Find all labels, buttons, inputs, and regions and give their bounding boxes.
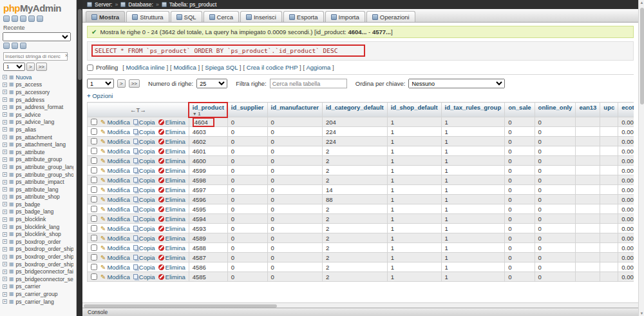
sidebar-item-ps_attachment_lang[interactable]: ps_attachment_lang (3, 141, 73, 148)
rows-per-page-select[interactable]: 25 (196, 79, 227, 88)
copy-row-link[interactable]: Copia (133, 215, 155, 222)
sidebar-item-ps_advice_lang[interactable]: ps_advice_lang (3, 119, 73, 126)
table-link[interactable]: ps_advice (16, 112, 41, 118)
copy-row-link[interactable]: Copia (133, 157, 155, 164)
copy-row-link[interactable]: Copia (133, 244, 155, 252)
copy-row-link[interactable]: Copia (133, 186, 155, 193)
sidebar-item-ps_attribute_group_lang[interactable]: ps_attribute_group_lang (3, 163, 73, 171)
column-sort-link[interactable]: id_product (193, 104, 224, 111)
row-checkbox[interactable] (91, 225, 97, 232)
column-sort-link[interactable]: id_supplier (231, 104, 264, 111)
row-checkbox[interactable] (91, 128, 97, 135)
edit-row-link[interactable]: Modifica (100, 157, 130, 164)
column-sort-link[interactable]: id_manufacturer (271, 104, 319, 111)
sidebar-item-ps_badge[interactable]: ps_badge (3, 201, 73, 208)
query-action-link[interactable]: Spiega SQL (205, 64, 238, 71)
sidebar-item-ps_attribute_lang[interactable]: ps_attribute_lang (3, 186, 73, 193)
scroll-down-icon[interactable] (639, 311, 644, 315)
expand-icon[interactable] (3, 277, 7, 281)
table-link[interactable]: ps_attribute_group_lang (16, 164, 73, 170)
sidebar-item-ps_blocklink[interactable]: ps_blocklink (3, 215, 73, 223)
sidebar-item-ps_blocklink_lang[interactable]: ps_blocklink_lang (3, 223, 73, 231)
delete-row-link[interactable]: Elimina (158, 264, 185, 271)
expand-icon[interactable] (3, 270, 7, 274)
docs-icon[interactable] (20, 15, 26, 22)
phpmyadmin-logo[interactable]: phpMyAdmin (3, 3, 73, 14)
table-link[interactable]: ps_address (16, 97, 44, 103)
table-link[interactable]: ps_carrier (16, 283, 41, 290)
column-sort-link[interactable]: ecotax (621, 104, 634, 111)
options-link[interactable]: Opzioni (92, 92, 113, 99)
edit-row-link[interactable]: Modifica (100, 138, 130, 145)
sidebar-item-ps_boxdrop_order[interactable]: ps_boxdrop_order (3, 238, 73, 246)
sidebar-item-ps_carrier[interactable]: ps_carrier (3, 283, 73, 291)
copy-row-link[interactable]: Copia (133, 148, 155, 155)
delete-row-link[interactable]: Elimina (158, 196, 185, 203)
copy-row-link[interactable]: Copia (133, 206, 155, 213)
table-link[interactable]: ps_access (16, 81, 43, 88)
page-select[interactable]: 1 (87, 79, 114, 88)
console-bar[interactable]: Console (82, 308, 638, 316)
table-link[interactable]: ps_attribute_shop (16, 193, 60, 200)
sidebar-item-new-table[interactable]: Nuova (3, 74, 73, 81)
sidebar-item-ps_attachment[interactable]: ps_attachment (3, 133, 73, 141)
copy-row-link[interactable]: Copia (133, 225, 155, 232)
row-checkbox[interactable] (91, 138, 97, 144)
table-link[interactable]: ps_alias (16, 126, 37, 133)
sidebar-item-ps_carrier_group[interactable]: ps_carrier_group (3, 290, 73, 298)
edit-row-link[interactable]: Modifica (100, 119, 130, 126)
table-link[interactable]: ps_boxdrop_order_shipme (16, 261, 73, 268)
edit-row-link[interactable]: Modifica (100, 244, 130, 252)
edit-row-link[interactable]: Modifica (100, 225, 130, 232)
tab-inserisci[interactable]: Inserisci (240, 11, 282, 22)
expand-icon[interactable] (3, 232, 7, 237)
delete-row-link[interactable]: Elimina (158, 215, 185, 222)
delete-row-link[interactable]: Elimina (158, 235, 185, 242)
expand-icon[interactable] (3, 97, 7, 102)
breadcrumb-database[interactable]: Database: (128, 1, 153, 8)
row-checkbox[interactable] (91, 235, 97, 241)
delete-row-link[interactable]: Elimina (158, 157, 185, 164)
expand-icon[interactable] (3, 75, 7, 79)
table-link[interactable]: ps_bridgeconnector_sessi (16, 276, 73, 282)
table-link[interactable]: ps_blocklink_lang (16, 224, 60, 230)
delete-row-link[interactable]: Elimina (158, 167, 185, 174)
expand-icon[interactable] (3, 180, 7, 184)
copy-row-link[interactable]: Copia (133, 119, 155, 126)
edit-row-link[interactable]: Modifica (100, 235, 130, 242)
table-link[interactable]: ps_attribute_lang (16, 186, 59, 193)
sidebar-item-ps_alias[interactable]: ps_alias (3, 126, 73, 133)
table-link[interactable]: ps_blocklink_shop (16, 231, 61, 237)
last-page-button[interactable]: >> (129, 79, 140, 88)
expand-icon[interactable] (3, 120, 7, 124)
table-link[interactable]: ps_attribute_group (16, 156, 62, 163)
unlink-databases-icon[interactable] (12, 43, 18, 49)
horizontal-scrollbar[interactable] (82, 302, 638, 308)
query-action-link[interactable]: Crea il codice PHP (247, 64, 298, 71)
copy-row-link[interactable]: Copia (133, 273, 155, 281)
delete-row-link[interactable]: Elimina (158, 254, 185, 261)
expand-icon[interactable] (3, 239, 7, 244)
sidebar-item-ps_carrier_lang[interactable]: ps_carrier_lang (3, 298, 73, 306)
tab-cerca[interactable]: Cerca (204, 11, 239, 22)
sidebar-item-ps_accessory[interactable]: ps_accessory (3, 88, 73, 96)
row-checkbox[interactable] (91, 148, 97, 154)
copy-row-link[interactable]: Copia (133, 235, 155, 242)
navigation-filter-input[interactable] (3, 52, 68, 61)
table-link[interactable]: ps_carrier_lang (16, 299, 54, 305)
nav-next-button[interactable]: > (26, 63, 35, 71)
table-link[interactable]: ps_badge_lang (16, 208, 54, 215)
tab-esporta[interactable]: Esporta (283, 11, 324, 22)
tab-sql[interactable]: SQL (171, 11, 202, 22)
expand-icon[interactable] (3, 255, 7, 259)
profiling-checkbox[interactable] (87, 64, 93, 71)
copy-row-link[interactable]: Copia (133, 138, 155, 145)
row-checkbox[interactable] (91, 264, 97, 270)
copy-row-link[interactable]: Copia (133, 128, 155, 135)
table-link[interactable]: ps_badge (16, 201, 41, 208)
table-link[interactable]: ps_attachment (16, 134, 52, 141)
edit-row-link[interactable]: Modifica (100, 148, 130, 155)
edit-row-link[interactable]: Modifica (100, 177, 130, 184)
copy-row-link[interactable]: Copia (133, 167, 155, 174)
delete-row-link[interactable]: Elimina (158, 138, 185, 145)
